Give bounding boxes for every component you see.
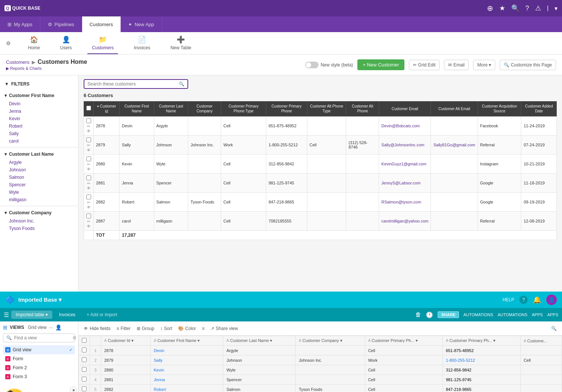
add-view-person-icon[interactable]: 👤 bbox=[55, 324, 62, 330]
color-btn[interactable]: 🎨 Color bbox=[178, 326, 196, 331]
edit-icon[interactable]: ✏ bbox=[87, 143, 90, 147]
reports-charts-link[interactable]: ▶ Reports & Charts bbox=[6, 66, 87, 71]
edit-icon[interactable]: ✏ bbox=[87, 124, 90, 128]
at-col-first[interactable]: ACustomer First Name ▾ bbox=[150, 336, 223, 346]
edit-icon[interactable]: ✏ bbox=[87, 162, 90, 167]
filter-first-name-carol[interactable]: carol bbox=[0, 137, 78, 145]
group-btn[interactable]: ⊞ Group bbox=[137, 326, 154, 331]
grid-edit-button[interactable]: ✏ Grid Edit bbox=[409, 60, 440, 70]
filter-first-name-kevin[interactable]: Kevin bbox=[0, 115, 78, 122]
dropdown-icon[interactable]: ▾ bbox=[555, 5, 558, 12]
eye-icon[interactable]: 👁 bbox=[87, 129, 91, 133]
new-customer-button[interactable]: + New Customer bbox=[357, 59, 404, 70]
help-icon[interactable]: ? bbox=[525, 4, 529, 12]
view-form[interactable]: ≡ Form bbox=[3, 354, 75, 363]
help-question-icon[interactable]: ? bbox=[519, 296, 528, 304]
sort-btn[interactable]: ↕ Sort bbox=[160, 326, 172, 331]
view-grid[interactable]: ⊞ Grid view ✓ bbox=[3, 345, 75, 354]
at-col-extra[interactable]: ACustome... bbox=[521, 336, 562, 346]
filter-last-name-header[interactable]: ▾ Customer Last Name bbox=[0, 150, 78, 159]
star-icon[interactable]: ★ bbox=[499, 4, 505, 12]
col-first-name-header[interactable]: Customer First Name bbox=[119, 102, 154, 116]
history-icon[interactable]: 🕐 bbox=[426, 311, 433, 318]
row-checkbox[interactable] bbox=[86, 118, 91, 123]
nav-customers[interactable]: 📁 Customers bbox=[87, 32, 118, 54]
tab-pipelines[interactable]: ⚙ Pipelines bbox=[40, 16, 82, 32]
email-link[interactable]: RSalmon@tyson.com bbox=[381, 200, 421, 204]
col-alt-phone-type-header[interactable]: Customer Alt Phone Type bbox=[307, 102, 346, 116]
nav-invoices[interactable]: 📄 Invoices bbox=[129, 32, 155, 54]
email-link[interactable]: Devin@Bobcats.com bbox=[381, 124, 420, 128]
apps-btn[interactable]: APPS bbox=[532, 312, 543, 317]
view-form2[interactable]: ≡ Form 2 bbox=[3, 363, 75, 372]
filter-first-name-robert[interactable]: Robert bbox=[0, 122, 78, 130]
at-col-id[interactable]: ACustomer Id ▾ bbox=[101, 336, 151, 346]
row-checkbox[interactable] bbox=[86, 195, 91, 199]
nav-users[interactable]: 👤 Users bbox=[56, 32, 76, 54]
eye-icon[interactable]: 👁 bbox=[87, 205, 91, 209]
breadcrumb-root[interactable]: Customers bbox=[6, 59, 30, 65]
chatbot-image[interactable]: 🎓 bbox=[3, 389, 25, 392]
email-link[interactable]: KevinGuyz1@gmail.com bbox=[381, 162, 426, 166]
at-select-all[interactable] bbox=[79, 336, 90, 346]
at-col-phone-type[interactable]: ACustomer Primary Ph... ▾ bbox=[365, 336, 443, 346]
automations-btn[interactable]: AUTOMATIONS bbox=[463, 312, 493, 317]
row-checkbox[interactable] bbox=[86, 156, 91, 161]
filter-company-johnson[interactable]: Johnson Inc. bbox=[0, 217, 78, 225]
email-button[interactable]: ✉ Email bbox=[444, 60, 469, 70]
nav-home[interactable]: 🏠 Home bbox=[24, 32, 44, 54]
hamburger-icon[interactable]: ☰ bbox=[4, 311, 9, 318]
email-link[interactable]: Sally@JohnsonInc.com bbox=[381, 143, 424, 147]
tab-customers[interactable]: Customers bbox=[82, 16, 121, 32]
row-checkbox[interactable] bbox=[86, 214, 91, 218]
airtable-title[interactable]: Imported Base ▾ bbox=[18, 296, 62, 303]
col-company-header[interactable]: Customer Company bbox=[188, 102, 221, 116]
eye-icon[interactable]: 👁 bbox=[87, 186, 91, 190]
eye-icon[interactable]: 👁 bbox=[87, 148, 91, 152]
filter-last-name-argyle[interactable]: Argyle bbox=[0, 159, 78, 166]
at-row-checkbox[interactable] bbox=[82, 386, 87, 391]
filter-company-header[interactable]: ▾ Customer Company bbox=[0, 208, 78, 217]
view-form3[interactable]: ≡ Form 3 bbox=[3, 372, 75, 381]
chatbot-close-button[interactable]: ✕ bbox=[70, 387, 77, 392]
share-view-btn[interactable]: ↗ Share view bbox=[211, 326, 238, 331]
alt-email-link[interactable]: Sally81Go@gmail.com bbox=[433, 143, 475, 147]
col-alt-email-header[interactable]: Customer Alt Email bbox=[431, 102, 478, 116]
email-link[interactable]: carolmilligan@yahoo.com bbox=[381, 219, 428, 223]
at-select-all-checkbox[interactable] bbox=[82, 338, 87, 343]
user-avatar[interactable]: 👤 bbox=[546, 295, 557, 305]
at-col-last[interactable]: ACustomer Last Name ▾ bbox=[223, 336, 296, 346]
row-height-btn[interactable]: ≡ bbox=[202, 326, 205, 331]
filter-last-name-spencer[interactable]: Spencer bbox=[0, 181, 78, 189]
col-phone-header[interactable]: Customer Primary Phone bbox=[266, 102, 307, 116]
customize-button[interactable]: 🔍 Customize this Page bbox=[500, 60, 556, 70]
at-col-company[interactable]: ACustomer Company ▾ bbox=[296, 336, 365, 346]
at-col-phone[interactable]: ACustomer Primary Ph... ▾ bbox=[443, 336, 520, 346]
tab-imported-table[interactable]: Imported table ▾ bbox=[11, 311, 52, 319]
row-checkbox[interactable] bbox=[86, 137, 91, 142]
col-id-header[interactable]: ▾ Customer Id bbox=[94, 102, 119, 116]
edit-icon[interactable]: ✏ bbox=[87, 181, 90, 186]
eye-icon[interactable]: 👁 bbox=[87, 224, 91, 228]
more-button[interactable]: More ▾ bbox=[473, 60, 495, 70]
col-email-header[interactable]: Customer Email bbox=[379, 102, 431, 116]
tab-new-app[interactable]: ✦ New App bbox=[121, 16, 162, 32]
at-row-checkbox[interactable] bbox=[82, 348, 87, 352]
table-search-icon[interactable]: 🔍 bbox=[551, 326, 557, 331]
tab-invoices[interactable]: Invoices bbox=[55, 311, 80, 319]
row-checkbox[interactable] bbox=[86, 175, 91, 180]
at-row-checkbox[interactable] bbox=[82, 377, 87, 382]
select-all-checkbox[interactable] bbox=[86, 106, 91, 111]
more-views-dots[interactable]: ··· bbox=[49, 324, 53, 330]
alert-icon[interactable]: ⚠ bbox=[535, 4, 541, 12]
col-phone-type-header[interactable]: Customer Primary Phone Type bbox=[221, 102, 266, 116]
col-acq-source-header[interactable]: Customer Acquisition Source bbox=[478, 102, 521, 116]
trash-icon[interactable]: 🗑 bbox=[415, 311, 421, 318]
bell-icon[interactable]: 🔔 bbox=[533, 296, 541, 304]
col-alt-phone-header[interactable]: Customer Alt Phone bbox=[346, 102, 379, 116]
share-badge[interactable]: SHARE bbox=[438, 311, 459, 318]
edit-icon[interactable]: ✏ bbox=[87, 219, 90, 224]
filter-last-name-johnson[interactable]: Johnson bbox=[0, 166, 78, 174]
new-style-toggle[interactable] bbox=[305, 62, 319, 68]
filter-btn[interactable]: ≡ Filter bbox=[117, 326, 131, 331]
